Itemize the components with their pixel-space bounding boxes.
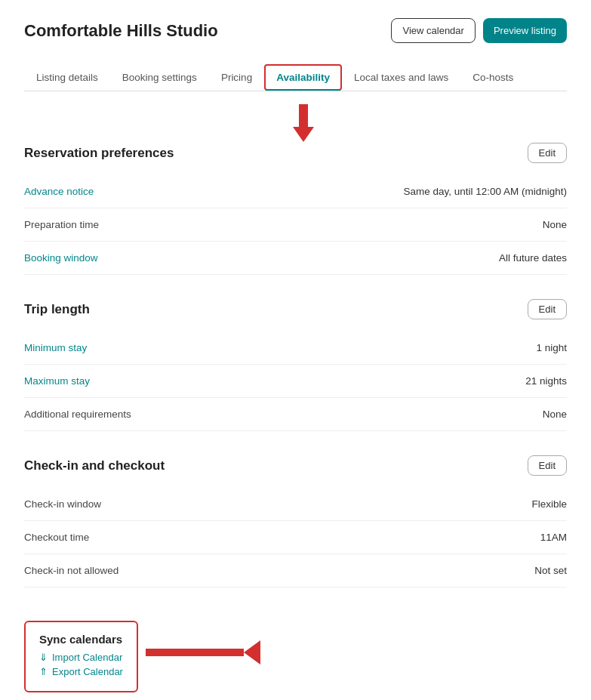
tab-pricing[interactable]: Pricing: [209, 64, 264, 91]
checkin-checkout-edit-button[interactable]: Edit: [528, 455, 567, 476]
preparation-time-row: Preparation time None: [24, 208, 567, 242]
arrow-head-left: [244, 640, 260, 665]
maximum-stay-label[interactable]: Maximum stay: [24, 375, 90, 387]
export-calendar-label: Export Calendar: [52, 666, 123, 677]
checkin-not-allowed-value: Not set: [534, 565, 567, 576]
export-icon: ⇑: [39, 666, 48, 677]
maximum-stay-value: 21 nights: [525, 375, 567, 387]
minimum-stay-value: 1 night: [536, 342, 567, 353]
advance-notice-label[interactable]: Advance notice: [24, 186, 94, 197]
booking-window-value: All future dates: [499, 252, 567, 264]
tab-booking-settings[interactable]: Booking settings: [110, 64, 209, 91]
import-calendar-link[interactable]: ⇓ Import Calendar: [39, 652, 123, 663]
left-arrow-annotation: [146, 640, 260, 665]
minimum-stay-row: Minimum stay 1 night: [24, 331, 567, 365]
advance-notice-value: Same day, until 12:00 AM (midnight): [403, 186, 567, 197]
trip-length-edit-button[interactable]: Edit: [528, 299, 567, 319]
preview-listing-button[interactable]: Preview listing: [483, 18, 567, 43]
checkout-time-value: 11AM: [540, 532, 567, 543]
tab-co-hosts[interactable]: Co-hosts: [460, 64, 525, 91]
additional-requirements-value: None: [543, 409, 567, 420]
tab-availability[interactable]: Availability: [264, 64, 342, 91]
tab-listing-details[interactable]: Listing details: [24, 64, 110, 91]
reservation-preferences-section: Reservation preferences Edit Advance not…: [24, 143, 567, 275]
arrow-shaft: [146, 649, 244, 656]
view-calendar-button[interactable]: View calendar: [391, 18, 475, 43]
export-calendar-link[interactable]: ⇑ Export Calendar: [39, 666, 123, 677]
tabs-nav: Listing details Booking settings Pricing…: [24, 64, 567, 91]
maximum-stay-row: Maximum stay 21 nights: [24, 365, 567, 398]
preparation-time-value: None: [543, 219, 567, 230]
preparation-time-label: Preparation time: [24, 219, 99, 230]
checkout-time-label: Checkout time: [24, 532, 89, 543]
checkin-checkout-title: Check-in and checkout: [24, 458, 165, 473]
checkin-window-value: Flexible: [531, 498, 567, 510]
checkout-time-row: Checkout time 11AM: [24, 521, 567, 554]
tab-local-taxes[interactable]: Local taxes and laws: [342, 64, 460, 91]
page-title: Comfortable Hills Studio: [24, 21, 218, 41]
reservation-preferences-edit-button[interactable]: Edit: [528, 143, 567, 163]
checkin-window-row: Check-in window Flexible: [24, 488, 567, 521]
advance-notice-row: Advance notice Same day, until 12:00 AM …: [24, 175, 567, 208]
additional-requirements-row: Additional requirements None: [24, 398, 567, 431]
checkin-window-label: Check-in window: [24, 498, 101, 510]
booking-window-row: Booking window All future dates: [24, 242, 567, 275]
checkin-not-allowed-label: Check-in not allowed: [24, 565, 119, 576]
sync-calendars-title: Sync calendars: [39, 633, 123, 646]
reservation-preferences-title: Reservation preferences: [24, 146, 174, 161]
trip-length-title: Trip length: [24, 302, 90, 317]
checkin-not-allowed-row: Check-in not allowed Not set: [24, 554, 567, 587]
booking-window-label[interactable]: Booking window: [24, 252, 98, 264]
sync-calendars-box: Sync calendars ⇓ Import Calendar ⇑ Expor…: [24, 621, 138, 692]
checkin-checkout-section: Check-in and checkout Edit Check-in wind…: [24, 455, 567, 587]
minimum-stay-label[interactable]: Minimum stay: [24, 342, 87, 353]
import-icon: ⇓: [39, 652, 48, 663]
trip-length-section: Trip length Edit Minimum stay 1 night Ma…: [24, 299, 567, 431]
import-calendar-label: Import Calendar: [52, 652, 122, 663]
additional-requirements-label: Additional requirements: [24, 409, 131, 420]
header-buttons: View calendar Preview listing: [391, 18, 567, 43]
